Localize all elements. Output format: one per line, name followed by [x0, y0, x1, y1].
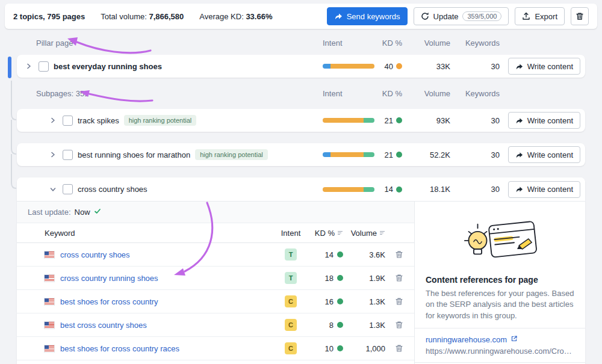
export-label: Export: [535, 12, 557, 21]
intent-bar-cell: [323, 64, 376, 69]
kd-cell: 18: [307, 274, 343, 283]
ranking-potential-badge: high ranking potential: [124, 115, 197, 126]
expand-chevron-right-icon[interactable]: [48, 150, 58, 159]
kd-cell: 14: [376, 185, 402, 194]
volume-column-header: Volume: [402, 89, 450, 98]
update-quota-badge: 359/5,000: [462, 11, 501, 21]
keyword-row: best cross country shoes C 8 1.3K: [17, 313, 414, 337]
delete-keyword-button[interactable]: [395, 321, 403, 329]
kd-difficulty-dot: [337, 345, 343, 351]
intent-distribution-bar: [323, 187, 374, 192]
kd-cell: 21: [376, 150, 402, 159]
intent-distribution-bar: [323, 64, 374, 69]
write-content-button[interactable]: Write content: [508, 58, 580, 75]
keyword-cell: best shoes for cross country races: [45, 344, 275, 353]
kd-difficulty-dot: [396, 152, 402, 158]
intent-cell: C: [275, 295, 307, 307]
send-arrow-icon: [334, 12, 343, 20]
intent-column-header: Intent: [323, 39, 376, 48]
subpage-topic-row-expanded[interactable]: cross country shoes 14 18.1K 30 Write co…: [17, 177, 585, 202]
volume-cell: 93K: [402, 116, 450, 125]
topics-pages-summary: 2 topics, 795 pages: [13, 12, 85, 21]
subpage-row-left: best running shoes for marathon high ran…: [24, 149, 323, 160]
tree-connector-lines: [11, 81, 16, 188]
keyword-row: best shoes for cross country races C 10 …: [17, 337, 414, 360]
kd-sort-header[interactable]: KD %: [307, 229, 343, 238]
keyword-link[interactable]: cross country running shoes: [60, 274, 158, 283]
send-keywords-button[interactable]: Send keywords: [327, 7, 408, 25]
divider: [415, 328, 585, 329]
export-icon: [522, 12, 530, 20]
intent-badge: C: [285, 295, 297, 307]
keyword-link[interactable]: cross country shoes: [60, 250, 130, 259]
volume-cell: 52.2K: [402, 150, 450, 159]
total-volume-metric: Total volume: 7,866,580: [101, 12, 184, 21]
keywords-column-header: Keywords: [450, 39, 500, 48]
kd-difficulty-dot: [337, 275, 343, 281]
subpage-topic-row[interactable]: track spikes high ranking potential 21 9…: [17, 109, 585, 132]
keyword-row: best shoes for cross country C 16 1.3K: [17, 290, 414, 313]
write-content-button[interactable]: Write content: [508, 146, 580, 163]
collapse-chevron-down-icon[interactable]: [48, 185, 58, 194]
subpage-row-checkbox[interactable]: [63, 116, 73, 126]
delete-keyword-button[interactable]: [395, 250, 403, 259]
us-flag-icon: [45, 345, 54, 352]
kd-difficulty-dot: [396, 63, 402, 69]
write-content-label: Write content: [527, 116, 573, 125]
keyword-link[interactable]: best shoes for cross country: [60, 297, 158, 306]
kd-cell: 8: [307, 321, 343, 330]
expand-chevron-right-icon[interactable]: [24, 61, 34, 71]
external-link-icon: [510, 335, 518, 344]
export-button[interactable]: Export: [515, 7, 565, 25]
keyword-link[interactable]: best shoes for cross country races: [60, 344, 179, 353]
kd-value: 10: [325, 344, 334, 353]
volume-column-header: Volume: [351, 229, 377, 238]
action-cell: Write content: [500, 181, 580, 198]
kd-column-header: KD %: [376, 39, 402, 48]
delete-keyword-button[interactable]: [395, 344, 403, 353]
row-actions: [385, 297, 403, 306]
last-update-label: Last update:: [28, 208, 71, 217]
subpage-row-checkbox[interactable]: [63, 184, 73, 194]
keyword-row: [17, 360, 414, 364]
pillar-row-checkbox[interactable]: [39, 61, 49, 72]
intent-column-header: Intent: [323, 89, 376, 98]
intent-badge: C: [285, 319, 297, 331]
keywords-cell: 30: [450, 116, 500, 125]
delete-topics-button[interactable]: [571, 7, 589, 25]
reference-url: https://www.runningwarehouse.com/Cross_.…: [426, 347, 574, 356]
volume-cell: 18.1K: [402, 185, 450, 194]
keyword-cell: best shoes for cross country: [45, 297, 275, 306]
subpages-section-label: Subpages: 351: [36, 89, 323, 98]
volume-cell: 33K: [402, 62, 450, 71]
pillar-row-left: best everyday running shoes: [24, 61, 323, 72]
kd-cell: 21: [376, 116, 402, 125]
topics-content: Pillar page Intent KD % Volume Keywords …: [17, 34, 585, 364]
keyword-link[interactable]: best cross country shoes: [60, 321, 147, 330]
kd-column-header: KD %: [315, 229, 335, 238]
delete-keyword-button[interactable]: [395, 274, 403, 282]
volume-column-header: Volume: [402, 39, 450, 48]
update-button[interactable]: Update 359/5,000: [414, 7, 509, 25]
reference-link[interactable]: runningwarehouse.com: [426, 335, 574, 344]
delete-keyword-button[interactable]: [395, 297, 403, 306]
volume-sort-header[interactable]: Volume: [343, 229, 385, 238]
keyword-cell: cross country running shoes: [45, 274, 275, 283]
write-content-label: Write content: [527, 150, 573, 159]
keyword-cell: best cross country shoes: [45, 321, 275, 330]
subpage-topic-row[interactable]: best running shoes for marathon high ran…: [17, 143, 585, 166]
subpage-row-checkbox[interactable]: [63, 150, 73, 160]
write-content-button[interactable]: Write content: [508, 181, 580, 198]
sort-icon: [379, 229, 385, 238]
kd-cell: 16: [307, 297, 343, 306]
write-content-button[interactable]: Write content: [508, 112, 580, 129]
kd-value: 21: [385, 116, 393, 125]
intent-distribution-bar: [323, 118, 374, 123]
keyword-column-header: Keyword: [45, 229, 275, 238]
expand-chevron-right-icon[interactable]: [48, 116, 58, 125]
subpage-row-left: cross country shoes: [24, 184, 323, 194]
pillar-topic-row[interactable]: best everyday running shoes 40 33K 30 Wr…: [17, 55, 585, 78]
reference-link-label: runningwarehouse.com: [426, 335, 507, 344]
us-flag-icon: [45, 298, 54, 305]
intent-badge: T: [285, 248, 297, 261]
